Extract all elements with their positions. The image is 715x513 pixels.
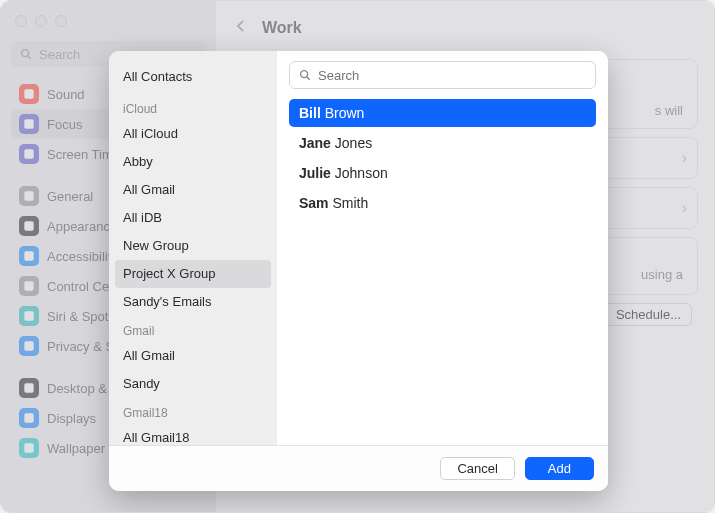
modal-footer: Cancel Add	[109, 445, 608, 491]
group-item-abby[interactable]: Abby	[109, 148, 277, 176]
contact-row-jane-jones[interactable]: Jane Jones	[289, 129, 596, 157]
settings-window: Search SoundFocusScreen Time GeneralAppe…	[0, 0, 715, 513]
groups-sidebar: All Contacts iCloudAll iCloudAbbyAll Gma…	[109, 51, 277, 445]
contacts-pane: Bill BrownJane JonesJulie JohnsonSam Smi…	[277, 51, 608, 445]
group-item-all-gmail[interactable]: All Gmail	[109, 176, 277, 204]
contact-row-sam-smith[interactable]: Sam Smith	[289, 189, 596, 217]
group-all-contacts[interactable]: All Contacts	[109, 65, 277, 94]
group-item-new-group[interactable]: New Group	[109, 232, 277, 260]
contact-list: Bill BrownJane JonesJulie JohnsonSam Smi…	[289, 99, 596, 445]
contact-first: Sam	[299, 195, 329, 211]
contact-row-bill-brown[interactable]: Bill Brown	[289, 99, 596, 127]
contact-first: Bill	[299, 105, 321, 121]
modal-body: All Contacts iCloudAll iCloudAbbyAll Gma…	[109, 51, 608, 445]
group-item-sandy-s-emails[interactable]: Sandy's Emails	[109, 288, 277, 316]
search-icon	[298, 68, 312, 82]
group-header: iCloud	[109, 94, 277, 120]
contact-last: Brown	[325, 105, 365, 121]
contact-first: Julie	[299, 165, 331, 181]
add-button[interactable]: Add	[525, 457, 594, 480]
contact-first: Jane	[299, 135, 331, 151]
svg-line-15	[307, 77, 310, 80]
group-item-sandy[interactable]: Sandy	[109, 370, 277, 398]
group-item-all-idb[interactable]: All iDB	[109, 204, 277, 232]
contact-search-input[interactable]	[318, 68, 587, 83]
contact-row-julie-johnson[interactable]: Julie Johnson	[289, 159, 596, 187]
svg-point-14	[301, 71, 308, 78]
contact-search[interactable]	[289, 61, 596, 89]
group-header: Gmail18	[109, 398, 277, 424]
group-item-all-gmail[interactable]: All Gmail	[109, 342, 277, 370]
contact-last: Jones	[335, 135, 372, 151]
contact-last: Smith	[332, 195, 368, 211]
contact-picker-modal: All Contacts iCloudAll iCloudAbbyAll Gma…	[109, 51, 608, 491]
group-item-project-x-group[interactable]: Project X Group	[115, 260, 271, 288]
group-item-all-icloud[interactable]: All iCloud	[109, 120, 277, 148]
group-item-all-gmail18[interactable]: All Gmail18	[109, 424, 277, 445]
group-header: Gmail	[109, 316, 277, 342]
cancel-button[interactable]: Cancel	[440, 457, 514, 480]
contact-last: Johnson	[335, 165, 388, 181]
